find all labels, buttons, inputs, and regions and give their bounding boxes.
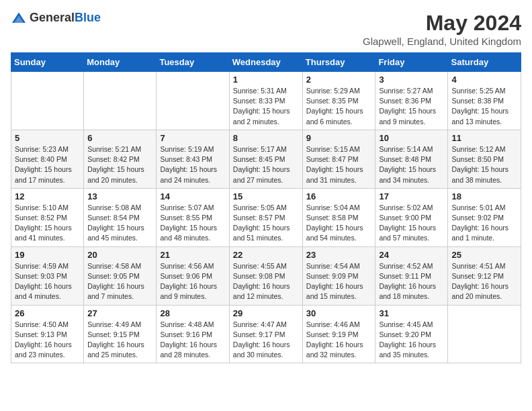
calendar-cell: 7Sunrise: 5:19 AM Sunset: 8:43 PM Daylig… [157,130,229,188]
calendar-cell: 31Sunrise: 4:45 AM Sunset: 9:20 PM Dayli… [375,305,448,363]
day-number: 24 [379,250,444,260]
calendar-cell: 8Sunrise: 5:17 AM Sunset: 8:45 PM Daylig… [229,130,302,188]
calendar-cell [157,72,229,130]
day-info: Sunrise: 4:59 AM Sunset: 9:03 PM Dayligh… [15,261,80,302]
calendar-cell: 16Sunrise: 5:04 AM Sunset: 8:58 PM Dayli… [302,188,375,246]
calendar-cell: 22Sunrise: 4:55 AM Sunset: 9:08 PM Dayli… [229,246,302,305]
logo-general-text: GeneralBlue [30,11,101,25]
calendar-cell: 21Sunrise: 4:56 AM Sunset: 9:06 PM Dayli… [157,246,229,305]
day-number: 15 [233,191,299,201]
day-number: 19 [15,250,80,260]
calendar-cell [448,305,521,363]
day-number: 26 [15,308,80,318]
calendar-cell: 18Sunrise: 5:01 AM Sunset: 9:02 PM Dayli… [448,188,521,246]
day-info: Sunrise: 5:02 AM Sunset: 9:00 PM Dayligh… [379,203,444,244]
weekday-header-saturday: Saturday [448,53,521,72]
day-info: Sunrise: 4:58 AM Sunset: 9:05 PM Dayligh… [87,261,152,302]
calendar-cell: 23Sunrise: 4:54 AM Sunset: 9:09 PM Dayli… [302,246,375,305]
day-info: Sunrise: 5:19 AM Sunset: 8:43 PM Dayligh… [160,144,225,185]
logo: GeneralBlue [11,11,101,25]
day-info: Sunrise: 5:05 AM Sunset: 8:57 PM Dayligh… [233,203,299,244]
calendar-cell [11,72,84,130]
calendar-week-row: 1Sunrise: 5:31 AM Sunset: 8:33 PM Daylig… [11,72,521,130]
day-info: Sunrise: 4:56 AM Sunset: 9:06 PM Dayligh… [160,261,225,302]
day-info: Sunrise: 5:12 AM Sunset: 8:50 PM Dayligh… [451,144,517,185]
day-number: 16 [306,191,372,201]
day-number: 21 [160,250,225,260]
calendar-cell [84,72,157,130]
calendar-cell: 28Sunrise: 4:48 AM Sunset: 9:16 PM Dayli… [157,305,229,363]
day-info: Sunrise: 5:25 AM Sunset: 8:38 PM Dayligh… [451,86,517,127]
day-info: Sunrise: 4:45 AM Sunset: 9:20 PM Dayligh… [379,320,444,361]
calendar-cell: 13Sunrise: 5:08 AM Sunset: 8:54 PM Dayli… [84,188,157,246]
day-info: Sunrise: 4:52 AM Sunset: 9:11 PM Dayligh… [379,261,444,302]
calendar-cell: 15Sunrise: 5:05 AM Sunset: 8:57 PM Dayli… [229,188,302,246]
calendar-cell: 9Sunrise: 5:15 AM Sunset: 8:47 PM Daylig… [302,130,375,188]
calendar-cell: 25Sunrise: 4:51 AM Sunset: 9:12 PM Dayli… [448,246,521,305]
day-info: Sunrise: 5:17 AM Sunset: 8:45 PM Dayligh… [233,144,299,185]
calendar-cell: 5Sunrise: 5:23 AM Sunset: 8:40 PM Daylig… [11,130,84,188]
day-number: 30 [306,308,372,318]
month-year-title: May 2024 [363,11,521,36]
day-number: 29 [233,308,299,318]
calendar-week-row: 5Sunrise: 5:23 AM Sunset: 8:40 PM Daylig… [11,130,521,188]
day-number: 12 [15,191,80,201]
calendar-week-row: 19Sunrise: 4:59 AM Sunset: 9:03 PM Dayli… [11,246,521,305]
calendar-week-row: 26Sunrise: 4:50 AM Sunset: 9:13 PM Dayli… [11,305,521,363]
day-info: Sunrise: 5:31 AM Sunset: 8:33 PM Dayligh… [233,86,299,127]
page-header: GeneralBlue May 2024 Glapwell, England, … [11,11,521,47]
calendar-cell: 4Sunrise: 5:25 AM Sunset: 8:38 PM Daylig… [448,72,521,130]
calendar-cell: 3Sunrise: 5:27 AM Sunset: 8:36 PM Daylig… [375,72,448,130]
calendar-header-row: SundayMondayTuesdayWednesdayThursdayFrid… [11,53,521,72]
weekday-header-sunday: Sunday [11,53,84,72]
day-info: Sunrise: 4:49 AM Sunset: 9:15 PM Dayligh… [87,320,152,361]
day-info: Sunrise: 4:48 AM Sunset: 9:16 PM Dayligh… [160,320,225,361]
day-number: 2 [306,75,372,85]
calendar-cell: 12Sunrise: 5:10 AM Sunset: 8:52 PM Dayli… [11,188,84,246]
day-info: Sunrise: 5:15 AM Sunset: 8:47 PM Dayligh… [306,144,372,185]
day-info: Sunrise: 5:04 AM Sunset: 8:58 PM Dayligh… [306,203,372,244]
day-info: Sunrise: 4:51 AM Sunset: 9:12 PM Dayligh… [451,261,517,302]
weekday-header-wednesday: Wednesday [229,53,302,72]
day-info: Sunrise: 5:08 AM Sunset: 8:54 PM Dayligh… [87,203,152,244]
day-number: 9 [306,133,372,143]
weekday-header-tuesday: Tuesday [157,53,229,72]
calendar-cell: 20Sunrise: 4:58 AM Sunset: 9:05 PM Dayli… [84,246,157,305]
calendar-cell: 6Sunrise: 5:21 AM Sunset: 8:42 PM Daylig… [84,130,157,188]
weekday-header-thursday: Thursday [302,53,375,72]
day-number: 1 [233,75,299,85]
day-number: 22 [233,250,299,260]
day-number: 11 [451,133,517,143]
day-number: 28 [160,308,225,318]
calendar-cell: 27Sunrise: 4:49 AM Sunset: 9:15 PM Dayli… [84,305,157,363]
day-number: 18 [451,191,517,201]
day-info: Sunrise: 4:46 AM Sunset: 9:19 PM Dayligh… [306,320,372,361]
day-number: 31 [379,308,444,318]
day-info: Sunrise: 4:47 AM Sunset: 9:17 PM Dayligh… [233,320,299,361]
calendar-cell: 17Sunrise: 5:02 AM Sunset: 9:00 PM Dayli… [375,188,448,246]
calendar-cell: 30Sunrise: 4:46 AM Sunset: 9:19 PM Dayli… [302,305,375,363]
day-number: 20 [87,250,152,260]
day-number: 7 [160,133,225,143]
day-number: 13 [87,191,152,201]
day-info: Sunrise: 5:10 AM Sunset: 8:52 PM Dayligh… [15,203,80,244]
calendar-table: SundayMondayTuesdayWednesdayThursdayFrid… [11,52,521,363]
day-info: Sunrise: 4:55 AM Sunset: 9:08 PM Dayligh… [233,261,299,302]
day-number: 27 [87,308,152,318]
calendar-cell: 24Sunrise: 4:52 AM Sunset: 9:11 PM Dayli… [375,246,448,305]
calendar-cell: 29Sunrise: 4:47 AM Sunset: 9:17 PM Dayli… [229,305,302,363]
day-info: Sunrise: 5:27 AM Sunset: 8:36 PM Dayligh… [379,86,444,127]
location-subtitle: Glapwell, England, United Kingdom [363,36,521,47]
day-info: Sunrise: 5:21 AM Sunset: 8:42 PM Dayligh… [87,144,152,185]
day-number: 23 [306,250,372,260]
calendar-week-row: 12Sunrise: 5:10 AM Sunset: 8:52 PM Dayli… [11,188,521,246]
day-number: 10 [379,133,444,143]
day-number: 25 [451,250,517,260]
day-info: Sunrise: 5:01 AM Sunset: 9:02 PM Dayligh… [451,203,517,244]
day-number: 6 [87,133,152,143]
title-block: May 2024 Glapwell, England, United Kingd… [363,11,521,47]
day-info: Sunrise: 5:23 AM Sunset: 8:40 PM Dayligh… [15,144,80,185]
day-number: 3 [379,75,444,85]
day-number: 14 [160,191,225,201]
calendar-cell: 14Sunrise: 5:07 AM Sunset: 8:55 PM Dayli… [157,188,229,246]
